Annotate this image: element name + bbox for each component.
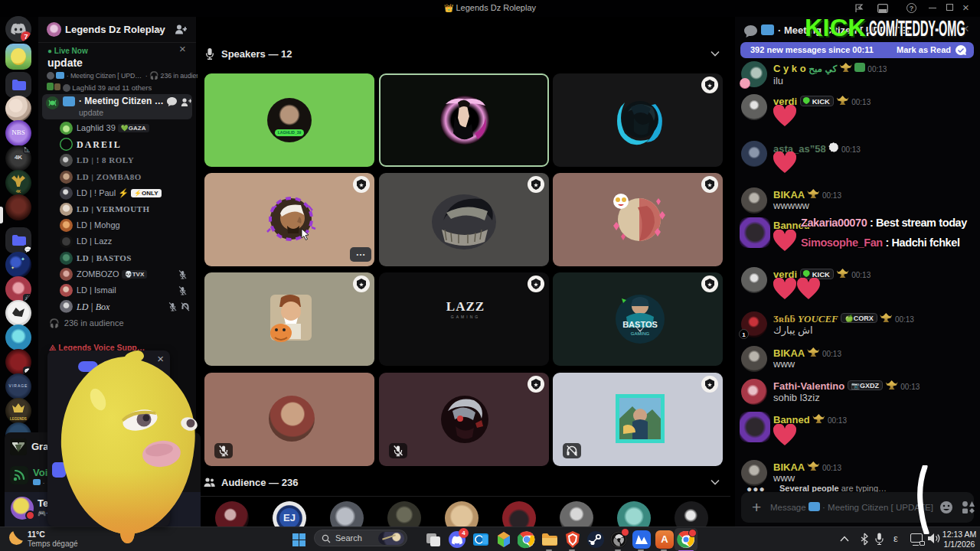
svg-text:BASTOS: BASTOS — [622, 320, 658, 329]
svg-text:GAMING: GAMING — [631, 331, 650, 336]
